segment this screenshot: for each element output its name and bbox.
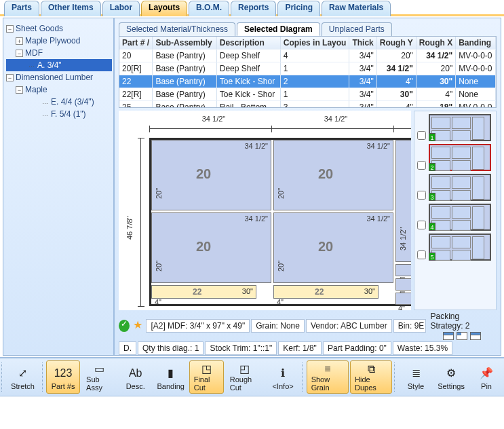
thumb-5[interactable]: 5	[429, 234, 491, 261]
thumb-checkbox[interactable]	[417, 250, 426, 259]
desc-button[interactable]: AbDesc.	[119, 360, 153, 394]
thumb-row[interactable]: 2	[417, 144, 493, 171]
thumb-row[interactable]: 3	[417, 174, 493, 201]
sub-tab-unplaced-parts[interactable]: Unplaced Parts	[322, 22, 392, 36]
col-rough-x[interactable]: Rough X	[416, 37, 455, 50]
pin-button[interactable]: 📌Pin	[469, 360, 503, 394]
layout-diagram[interactable]: 34 1/2" 34 1/2" 20" 4" 46 7/8"	[119, 111, 411, 310]
thumbnail-list[interactable]: 12345	[414, 111, 497, 310]
thumb-number: 2	[429, 163, 435, 171]
table-row[interactable]: 25Base (Pantry)Rail - Bottom33/4"4"18"MV…	[119, 101, 496, 109]
part-20[interactable]: 20 34 1/2" 20"	[151, 212, 271, 283]
col-copies-in-layou[interactable]: Copies in Layou	[280, 37, 349, 50]
info-icon: ℹ	[274, 365, 292, 382]
final-cut-button[interactable]: ◳Final Cut	[189, 360, 224, 394]
col-description[interactable]: Description	[216, 37, 280, 50]
ruler-left: 46 7/8"	[125, 217, 134, 240]
table-row[interactable]: 20[R]Base (Pantry)Deep Shelf13/4"34 1/2"…	[119, 62, 496, 75]
part-20[interactable]: 20 34 1/2" 20"	[151, 140, 271, 210]
banding-button[interactable]: ▮Banding	[154, 360, 188, 394]
part-nums-button[interactable]: 123Part #s	[46, 360, 80, 394]
table-row[interactable]: 22[R]Base (Pantry)Toe Kick - Shor13/4"30…	[119, 88, 496, 101]
tree-leaf-maple-f54[interactable]: …F. 5/4 (1")	[6, 108, 112, 120]
thumb-checkbox[interactable]	[417, 221, 426, 229]
tree-leaf-maple-e44[interactable]: …E. 4/4 (3/4")	[6, 96, 112, 108]
rough-cut-label: Rough Cut	[230, 375, 260, 392]
main-tab-pricing[interactable]: Pricing	[277, 1, 320, 16]
d-label: D.	[119, 341, 136, 355]
main-tab-b-o-m-[interactable]: B.O.M.	[189, 1, 229, 16]
col-sub-assembly[interactable]: Sub-Assembly	[153, 37, 216, 50]
hide-dupes-label: Hide Dupes	[355, 375, 387, 392]
desc-icon: Ab	[127, 365, 144, 382]
sheet-info: [A2] MDF: 3/4" x 97" x 49"	[146, 319, 250, 333]
main-tab-layouts[interactable]: Layouts	[141, 1, 187, 16]
part-20[interactable]: 20 34 1/2" 20"	[273, 212, 393, 283]
thumb-row[interactable]: 5	[417, 234, 493, 261]
main-tab-parts[interactable]: Parts	[4, 1, 39, 16]
ruler-top-1: 34 1/2"	[187, 115, 241, 123]
col-rough-y[interactable]: Rough Y	[376, 37, 416, 50]
sub-assy-label: Sub Assy	[86, 375, 113, 392]
part-25[interactable]: 4" 25 18"	[395, 264, 411, 276]
favorite-icon[interactable]: ★	[132, 320, 143, 332]
part-22[interactable]: 4" 22 30"	[273, 285, 379, 299]
show-grain-label: Show Grain	[311, 375, 344, 392]
part-20-rotated[interactable]: 20 20" 34 1/2"	[395, 140, 411, 262]
tree-node-mdf[interactable]: −MDF	[6, 47, 112, 59]
col-banding[interactable]: Banding	[456, 37, 496, 50]
tree-node-maple[interactable]: −Maple	[6, 83, 112, 96]
info-button[interactable]: ℹ<Info>	[266, 360, 300, 394]
thumb-checkbox[interactable]	[417, 191, 426, 200]
material-tree-pane: −Sheet Goods +Maple Plywood −MDF …A. 3/4…	[3, 18, 115, 355]
main-tab-labor[interactable]: Labor	[102, 1, 140, 16]
thumb-2[interactable]: 2	[429, 144, 491, 171]
col-part-[interactable]: Part # /	[119, 37, 153, 50]
show-grain-button[interactable]: ≡Show Grain	[307, 360, 349, 394]
thumb-3[interactable]: 3	[429, 174, 491, 201]
part-25[interactable]: 4" 25 18"	[395, 293, 411, 305]
tree-node-sheet-goods[interactable]: −Sheet Goods	[6, 22, 112, 35]
thumb-number: 4	[429, 223, 435, 231]
stretch-label: Stretch	[11, 382, 35, 390]
settings-button[interactable]: ⚙Settings	[434, 360, 468, 394]
main-tab-raw-materials[interactable]: Raw Materials	[322, 1, 391, 16]
sub-tab-selected-diagram[interactable]: Selected Diagram	[237, 22, 320, 36]
thumb-checkbox[interactable]	[417, 131, 426, 140]
hide-dupes-button[interactable]: ⧉Hide Dupes	[350, 360, 392, 394]
strategy-icons[interactable]	[443, 332, 481, 340]
show-grain-icon: ≡	[319, 362, 336, 375]
part-25[interactable]: 4" 25 18"	[395, 278, 411, 291]
main-tab-other-items[interactable]: Other Items	[41, 1, 101, 16]
sub-tab-selected-material-thickness[interactable]: Selected Material/Thickness	[119, 22, 235, 36]
sub-tabs: Selected Material/ThicknessSelected Diag…	[119, 22, 497, 36]
stretch-button[interactable]: ⤢Stretch	[6, 360, 40, 394]
thumb-1[interactable]: 1	[429, 114, 491, 141]
part-22[interactable]: 4" 22 30"	[151, 285, 256, 299]
style-label: Style	[408, 382, 424, 390]
col-thick[interactable]: Thick	[349, 37, 376, 50]
thumb-row[interactable]: 1	[417, 114, 493, 141]
thumb-4[interactable]: 4	[429, 204, 491, 231]
part-nums-icon: 123	[54, 365, 72, 382]
style-button[interactable]: ≣Style	[399, 360, 433, 394]
parts-table[interactable]: Part # /Sub-AssemblyDescriptionCopies in…	[119, 36, 497, 108]
tree-node-dim-lumber[interactable]: −Dimensioned Lumber	[6, 71, 112, 83]
packing-strategy[interactable]: Packing Strategy: 2	[427, 312, 497, 340]
settings-label: Settings	[438, 382, 465, 390]
grain-info: Grain: None	[251, 319, 305, 333]
sub-assy-button[interactable]: ▭Sub Assy	[81, 360, 117, 394]
table-row[interactable]: 20Base (Pantry)Deep Shelf43/4"20"34 1/2"…	[119, 50, 496, 62]
status-ok-icon	[119, 320, 130, 332]
thumb-checkbox[interactable]	[417, 161, 426, 170]
thumb-row[interactable]: 4	[417, 204, 493, 231]
main-tab-reports[interactable]: Reports	[231, 1, 276, 16]
part-20[interactable]: 20 34 1/2" 20"	[273, 140, 393, 210]
rough-cut-button[interactable]: ◰Rough Cut	[225, 360, 265, 394]
style-icon: ≣	[407, 365, 425, 382]
stretch-icon: ⤢	[14, 365, 32, 382]
desc-label: Desc.	[126, 382, 145, 390]
tree-node-maple-plywood[interactable]: +Maple Plywood	[6, 35, 112, 47]
table-row[interactable]: 22Base (Pantry)Toe Kick - Shor23/4"4"30"…	[119, 75, 496, 88]
tree-leaf-mdf-a34[interactable]: …A. 3/4"	[6, 59, 112, 71]
